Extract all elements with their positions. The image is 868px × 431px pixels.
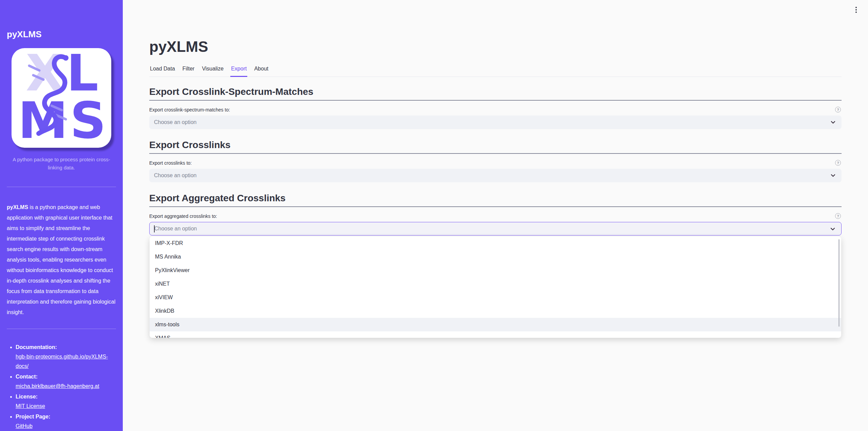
field-label: Export crosslink-spectrum-matches to: xyxy=(149,107,230,112)
select-placeholder: Choose an option xyxy=(154,226,197,232)
chevron-down-icon xyxy=(830,119,836,125)
sidebar-link-list: Documentation: hgb-bin-proteomics.github… xyxy=(9,343,116,431)
help-icon[interactable]: ? xyxy=(835,107,841,112)
license-link[interactable]: MIT License xyxy=(16,403,45,409)
export-crosslinks-select[interactable]: Choose an option xyxy=(149,169,842,182)
list-item-contact: Contact: micha.birklbauer@fh-hagenberg.a… xyxy=(16,372,116,391)
description-lead: pyXLMS xyxy=(7,204,28,210)
list-item-documentation: Documentation: hgb-bin-proteomics.github… xyxy=(16,343,116,371)
sidebar-divider xyxy=(7,187,116,187)
documentation-link[interactable]: hgb-bin-proteomics.github.io/pyXLMS-docs… xyxy=(16,354,108,369)
section-title: Export Aggregated Crosslinks xyxy=(149,192,842,204)
tab-filter[interactable]: Filter xyxy=(182,63,195,77)
sidebar: pyXLMS XL MS A python package to process… xyxy=(0,0,123,431)
section-export-aggregated: Export Aggregated Crosslinks Export aggr… xyxy=(149,192,842,235)
logo-row-top: XL xyxy=(12,48,111,98)
logo-letter-l: L xyxy=(66,48,97,98)
section-title: Export Crosslinks xyxy=(149,139,842,151)
tab-visualize[interactable]: Visualize xyxy=(201,63,224,77)
tab-load-data[interactable]: Load Data xyxy=(149,63,176,77)
tab-bar: Load Data Filter Visualize Export About xyxy=(149,63,842,77)
help-icon[interactable]: ? xyxy=(835,213,841,219)
logo-letter-s: S xyxy=(70,96,105,146)
option-pyxlinkviewer[interactable]: PyXlinkViewer xyxy=(150,264,841,277)
field-label: Export aggregated crosslinks to: xyxy=(149,213,217,219)
section-divider xyxy=(149,100,842,101)
contact-link[interactable]: micha.birklbauer@fh-hagenberg.at xyxy=(16,383,99,389)
option-xiview[interactable]: xiVIEW xyxy=(150,291,841,304)
link-label: Contact: xyxy=(16,374,38,379)
option-xlinkdb[interactable]: XlinkDB xyxy=(150,304,841,318)
select-placeholder: Choose an option xyxy=(154,119,196,125)
tab-about[interactable]: About xyxy=(253,63,269,77)
option-ms-annika[interactable]: MS Annika xyxy=(150,250,841,264)
sidebar-description: pyXLMS is a python package and web appli… xyxy=(7,202,116,317)
sidebar-title: pyXLMS xyxy=(7,28,116,40)
list-item-project-page: Project Page: GitHub xyxy=(16,412,116,431)
field-label: Export crosslinks to: xyxy=(149,160,192,166)
page-title: pyXLMS xyxy=(149,38,842,56)
chevron-down-icon xyxy=(830,226,836,232)
select-dropdown-list: IMP-X-FDR MS Annika PyXlinkViewer xiNET … xyxy=(150,237,841,338)
select-placeholder: Choose an option xyxy=(154,172,196,179)
logo-letter-x: X xyxy=(26,48,63,98)
sidebar-divider xyxy=(7,329,116,329)
link-label: Project Page: xyxy=(16,414,50,419)
section-export-csms: Export Crosslink-Spectrum-Matches Export… xyxy=(149,86,842,129)
section-export-crosslinks: Export Crosslinks Export crosslinks to: … xyxy=(149,139,842,182)
section-divider xyxy=(149,206,842,207)
link-label: License: xyxy=(16,394,38,399)
chevron-down-icon xyxy=(830,172,836,179)
logo-letter-m: M xyxy=(18,96,66,146)
help-icon[interactable]: ? xyxy=(835,160,841,166)
option-xinet[interactable]: xiNET xyxy=(150,277,841,291)
github-link[interactable]: GitHub xyxy=(16,423,33,429)
section-title: Export Crosslink-Spectrum-Matches xyxy=(149,86,842,98)
main-area: pyXLMS Load Data Filter Visualize Export… xyxy=(123,0,868,431)
option-xlms-tools[interactable]: xlms-tools xyxy=(150,318,841,331)
text-cursor xyxy=(154,225,155,232)
tab-export[interactable]: Export xyxy=(230,63,247,77)
link-label: Documentation: xyxy=(16,344,57,350)
option-imp-x-fdr[interactable]: IMP-X-FDR xyxy=(150,237,841,250)
sidebar-caption: A python package to process protein cros… xyxy=(11,156,112,172)
list-item-license: License: MIT License xyxy=(16,392,116,411)
dropdown-scrollbar[interactable] xyxy=(838,239,840,327)
export-aggregated-select[interactable]: Choose an option IMP-X-FDR MS Annika PyX… xyxy=(149,222,842,235)
description-text: is a python package and web application … xyxy=(7,204,115,315)
option-xmas[interactable]: XMAS xyxy=(150,331,841,338)
export-csms-select[interactable]: Choose an option xyxy=(149,116,842,129)
section-divider xyxy=(149,153,842,154)
logo-row-bottom: MS xyxy=(12,96,111,146)
pyxlms-logo: XL MS xyxy=(12,48,111,148)
